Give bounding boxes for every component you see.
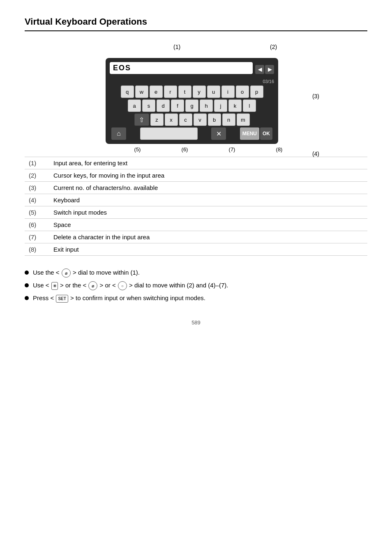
legend-num: (6) [25,219,49,231]
legend-num: (3) [25,182,49,194]
ring-icon: ○ [118,281,127,290]
key-i[interactable]: i [221,86,235,98]
space-bar[interactable] [140,127,198,140]
key-r[interactable]: r [164,86,177,98]
legend-row: (2)Cursor keys, for moving in the input … [25,169,367,182]
key-v[interactable]: v [194,113,207,126]
callout-bottom-row: (5) (6) (7) (8) [73,146,319,153]
kb-bottom-row: ⌂ ✕ MENU OK [110,127,274,140]
bullet-dot-1 [25,271,29,275]
legend-row: (8)Exit input [25,243,367,256]
key-w[interactable]: w [135,86,148,98]
input-area: EOS [110,62,253,74]
bullet-dot-3 [25,296,29,300]
legend-row: (1)Input area, for entering text [25,157,367,169]
mode-switch-btn[interactable]: ⌂ [111,127,126,140]
legend-num: (8) [25,243,49,256]
key-m[interactable]: m [237,113,250,126]
char-count: 03/16 [110,79,274,84]
key-l[interactable]: l [243,99,256,112]
legend-desc: Delete a character in the input area [49,231,367,243]
key-d[interactable]: d [157,99,170,112]
key-z[interactable]: z [150,113,164,126]
bullet-2: Use < ✳ > or the < ⌀ > or < ○ > dial to … [25,281,367,290]
callout-4-label: (4) [312,150,319,157]
legend-desc: Keyboard [49,194,367,206]
key-e[interactable]: e [150,86,163,98]
legend-num: (2) [25,169,49,182]
bullet-3-text: Press < SET > to confirm input or when s… [33,294,205,303]
legend-row: (4)Keyboard [25,194,367,206]
callout-6-label: (6) [182,146,188,153]
legend-row: (7)Delete a character in the input area [25,231,367,243]
legend-row: (6)Space [25,219,367,231]
callout-5-label: (5) [134,146,141,153]
kb-row-1: q w e r t y u i o p [110,86,274,98]
delete-btn[interactable]: ✕ [211,127,226,140]
bullet-1-text: Use the < ⌀ > dial to move within (1). [33,268,140,278]
legend-num: (7) [25,231,49,243]
legend-row: (5)Switch input modes [25,206,367,219]
legend-desc: Input area, for entering text [49,157,367,169]
legend-num: (1) [25,157,49,169]
ok-btn[interactable]: OK [260,127,272,140]
cursor-left-btn[interactable]: ◀ [255,65,264,74]
key-s[interactable]: s [142,99,155,112]
cursor-right-btn[interactable]: ▶ [265,65,274,74]
keyboard-device: EOS ◀ ▶ 03/16 q w e r t y u i o p [106,58,278,144]
kb-row-3: ⇧ z x c v b n m [110,113,274,126]
menu-btn[interactable]: MENU [240,127,259,140]
key-j[interactable]: j [214,99,227,112]
key-h[interactable]: h [200,99,213,112]
key-q[interactable]: q [121,86,134,98]
page-title: Virtual Keyboard Operations [25,16,367,31]
legend-desc: Cursor keys, for moving in the input are… [49,169,367,182]
legend-num: (5) [25,206,49,219]
set-icon: SET [56,295,68,303]
bullet-dot-2 [25,283,29,287]
legend-row: (3)Current no. of characters/no. availab… [25,182,367,194]
callout-3-label: (3) [312,93,319,99]
bullet-2-text: Use < ✳ > or the < ⌀ > or < ○ > dial to … [33,281,228,290]
kb-row-2: a s d f g h j k l [110,99,274,112]
callout-2-label: (2) [270,44,277,50]
key-shift[interactable]: ⇧ [134,113,149,126]
legend-desc: Space [49,219,367,231]
menu-ok-area: MENU OK [240,127,272,140]
callout-top-row: (1) (2) [73,44,319,56]
cursor-keys: ◀ ▶ [255,65,274,74]
key-x[interactable]: x [165,113,178,126]
bullets-section: Use the < ⌀ > dial to move within (1). U… [25,268,367,303]
legend-table: (1)Input area, for entering text(2)Curso… [25,157,367,256]
key-y[interactable]: y [193,86,206,98]
diagram-area: (1) (2) EOS ◀ ▶ 03/16 q w e r [73,44,319,153]
key-p[interactable]: p [250,86,263,98]
key-c[interactable]: c [179,113,192,126]
dial-icon-2: ⌀ [88,281,97,290]
legend-desc: Current no. of characters/no. available [49,182,367,194]
legend-desc: Exit input [49,243,367,256]
callout-7-label: (7) [229,146,235,153]
key-u[interactable]: u [207,86,220,98]
multi-ctrl-icon: ✳ [51,282,58,290]
key-k[interactable]: k [228,99,242,112]
key-t[interactable]: t [178,86,191,98]
bullet-3: Press < SET > to confirm input or when s… [25,294,367,303]
legend-num: (4) [25,194,49,206]
callout-8-label: (8) [276,146,283,153]
bullet-1: Use the < ⌀ > dial to move within (1). [25,268,367,278]
input-text: EOS [113,64,131,72]
page-number: 589 [191,319,201,326]
dial-icon-1: ⌀ [62,268,71,278]
key-n[interactable]: n [222,113,235,126]
callout-1-label: (1) [173,44,180,50]
key-f[interactable]: f [171,99,184,112]
key-o[interactable]: o [236,86,249,98]
key-b[interactable]: b [208,113,221,126]
legend-desc: Switch input modes [49,206,367,219]
key-g[interactable]: g [185,99,198,112]
key-a[interactable]: a [128,99,141,112]
page-footer: 589 [25,319,367,326]
